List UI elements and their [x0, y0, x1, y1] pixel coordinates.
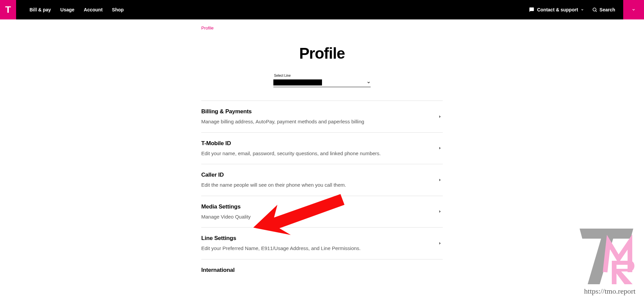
- section-text: Media Settings Manage Video Quality: [201, 203, 431, 220]
- chat-icon: [529, 7, 534, 12]
- nav-links: Bill & pay Usage Account Shop: [30, 7, 124, 12]
- section-desc: Manage Video Quality: [201, 214, 431, 220]
- chevron-down-icon: [367, 80, 371, 84]
- select-line-field[interactable]: Select Line: [273, 78, 371, 87]
- section-desc: Manage billing address, AutoPay, payment…: [201, 118, 431, 125]
- section-text: T-Mobile ID Edit your name, email, passw…: [201, 140, 431, 157]
- section-line-settings[interactable]: Line Settings Edit your Preferred Name, …: [201, 228, 443, 259]
- section-title: International: [201, 267, 441, 274]
- breadcrumb-profile[interactable]: Profile: [201, 25, 214, 31]
- svg-line-1: [596, 11, 597, 12]
- section-tmobile-id[interactable]: T-Mobile ID Edit your name, email, passw…: [201, 133, 443, 165]
- section-media-settings[interactable]: Media Settings Manage Video Quality: [201, 196, 443, 228]
- section-desc: Edit your Preferred Name, E911/Usage Add…: [201, 245, 431, 252]
- section-desc: Edit the name people will see on their p…: [201, 182, 431, 188]
- section-desc: Edit your name, email, password, securit…: [201, 150, 431, 157]
- nav-shop[interactable]: Shop: [112, 7, 124, 12]
- svg-marker-3: [580, 229, 633, 274]
- chevron-right-icon: [438, 209, 441, 214]
- contact-support-label: Contact & support: [537, 7, 578, 12]
- contact-support-button[interactable]: Contact & support: [529, 7, 584, 12]
- logo-glyph: T: [5, 4, 11, 15]
- chevron-down-icon: [581, 8, 584, 11]
- select-line-value[interactable]: [273, 78, 371, 87]
- search-icon: [592, 7, 597, 12]
- chevron-right-icon: [438, 114, 441, 119]
- select-line-label: Select Line: [274, 74, 290, 77]
- nav-usage[interactable]: Usage: [60, 7, 74, 12]
- svg-point-0: [593, 8, 596, 11]
- section-text: Line Settings Edit your Preferred Name, …: [201, 235, 431, 252]
- section-title: Media Settings: [201, 203, 431, 210]
- nav-bill-pay[interactable]: Bill & pay: [30, 7, 51, 12]
- watermark-logo: [580, 229, 640, 274]
- section-text: International: [201, 267, 441, 274]
- section-list: Billing & Payments Manage billing addres…: [201, 101, 443, 274]
- account-dropdown-button[interactable]: [623, 0, 644, 19]
- chevron-right-icon: [438, 146, 441, 150]
- section-title: Line Settings: [201, 235, 431, 242]
- section-text: Caller ID Edit the name people will see …: [201, 172, 431, 188]
- redacted-line-value: [273, 79, 322, 85]
- section-caller-id[interactable]: Caller ID Edit the name people will see …: [201, 164, 443, 196]
- chevron-right-icon: [438, 178, 441, 182]
- search-button[interactable]: Search: [592, 7, 615, 12]
- section-title: T-Mobile ID: [201, 140, 431, 147]
- section-international[interactable]: International: [201, 259, 443, 274]
- watermark: https://tmo.report: [580, 229, 640, 274]
- chevron-down-icon: [632, 8, 636, 12]
- main-container: Profile Profile Select Line Billing & Pa…: [195, 19, 449, 274]
- nav-account[interactable]: Account: [84, 7, 103, 12]
- navbar: T Bill & pay Usage Account Shop Contact …: [0, 0, 644, 19]
- nav-right: Contact & support Search: [529, 0, 644, 19]
- section-text: Billing & Payments Manage billing addres…: [201, 108, 431, 125]
- tmobile-logo[interactable]: T: [0, 0, 16, 19]
- breadcrumb: Profile: [201, 19, 443, 31]
- search-label: Search: [599, 7, 615, 12]
- section-title: Billing & Payments: [201, 108, 431, 115]
- section-title: Caller ID: [201, 172, 431, 178]
- section-billing-payments[interactable]: Billing & Payments Manage billing addres…: [201, 101, 443, 133]
- page-title: Profile: [201, 44, 443, 62]
- chevron-right-icon: [438, 241, 441, 246]
